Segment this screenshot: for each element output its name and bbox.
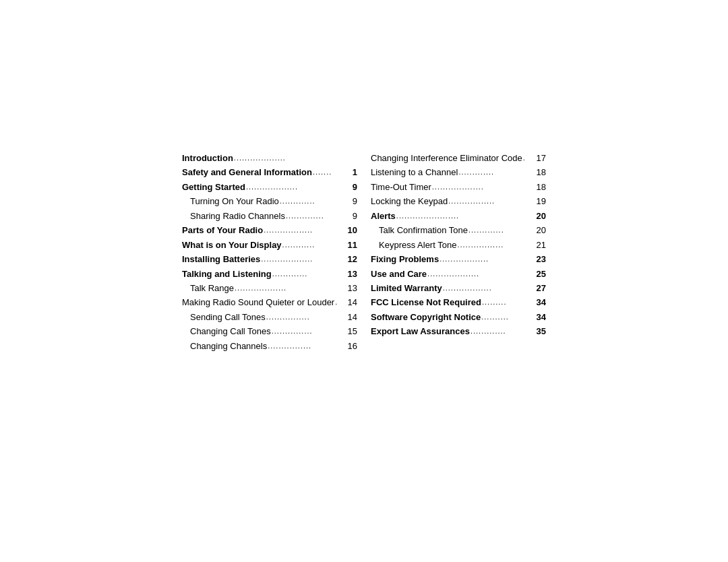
toc-page-number: 34 [537, 310, 546, 324]
toc-entry-text: Time-Out Timer [371, 180, 431, 194]
toc-entry-text: FCC License Not Required [371, 295, 481, 309]
list-item: Software Copyright Notice..........34 [371, 310, 546, 324]
toc-entry-text: Fixing Problems [371, 252, 439, 266]
list-item: Talking and Listening.............13 [182, 267, 357, 281]
list-item: Changing Call Tones...............15 [182, 324, 357, 338]
toc-entry-text: Turning On Your Radio [182, 194, 279, 208]
toc-dots: .............. [286, 210, 352, 224]
toc-entry-text: Introduction [182, 151, 233, 165]
toc-entry-text: Talk Range [182, 281, 234, 295]
toc-entry-text: Use and Care [371, 267, 427, 281]
toc-entry-text: Sending Call Tones [182, 310, 266, 324]
toc-page-number: 25 [537, 267, 546, 281]
toc-entry-text: Changing Call Tones [182, 324, 271, 338]
list-item: Listening to a Channel.............18 [371, 165, 546, 179]
list-item: Talk Confirmation Tone.............20 [371, 223, 546, 237]
toc-page-number: 20 [537, 223, 546, 237]
toc-entry-text: Sharing Radio Channels [182, 209, 285, 223]
list-item: Keypress Alert Tone.................21 [371, 238, 546, 252]
toc-page-number: 11 [348, 238, 357, 252]
toc-right-column: Changing Interference Eliminator Code.17… [371, 151, 546, 353]
toc-page-number: 17 [537, 151, 546, 165]
toc-dots: ................... [432, 181, 536, 195]
toc-page-number: 16 [348, 339, 357, 353]
toc-entry-text: Safety and General Information [182, 165, 312, 179]
toc-entry-text: Changing Channels [182, 339, 267, 353]
toc-page-number: 12 [348, 252, 357, 266]
toc-columns: Introduction...................Safety an… [182, 151, 546, 353]
list-item: Changing Channels................16 [182, 339, 357, 353]
toc-dots: . [523, 152, 536, 166]
toc-entry-text: What is on Your Display [182, 238, 282, 252]
toc-dots: .......... [481, 311, 535, 325]
toc-dots: ............. [471, 325, 536, 339]
list-item: Alerts.......................20 [371, 209, 546, 223]
toc-dots: ............. [272, 268, 347, 282]
toc-entry-text: Alerts [371, 209, 396, 223]
toc-page-number: 18 [537, 180, 546, 194]
toc-dots: ................ [268, 340, 346, 354]
toc-entry-text: Getting Started [182, 180, 245, 194]
toc-dots: ................... [427, 268, 535, 282]
toc-page-number: 34 [537, 295, 546, 309]
toc-left-column: Introduction...................Safety an… [182, 151, 357, 353]
list-item: Locking the Keypad.................19 [371, 194, 546, 208]
list-item: Making Radio Sound Quieter or Louder.14 [182, 295, 357, 309]
toc-dots: ....................... [396, 210, 536, 224]
toc-entry-text: Keypress Alert Tone [371, 238, 456, 252]
toc-page-number: 27 [537, 281, 546, 295]
list-item: Talk Range...................13 [182, 281, 357, 295]
toc-page-number: 10 [348, 223, 357, 237]
toc-page-number: 14 [348, 295, 357, 309]
toc-dots: ................... [235, 282, 346, 296]
list-item: Changing Interference Eliminator Code.17 [371, 151, 546, 165]
list-item: Installing Batteries...................1… [182, 252, 357, 266]
toc-page-number: 1 [353, 165, 357, 179]
toc-dots: ............. [468, 224, 536, 238]
toc-page-number: 13 [348, 267, 357, 281]
contents-page: Introduction...................Safety an… [182, 142, 546, 353]
toc-dots: ............. [458, 166, 535, 180]
list-item: Safety and General Information.......1 [182, 165, 357, 179]
toc-dots: . [335, 296, 346, 310]
toc-dots: ................ [266, 311, 347, 325]
toc-dots: ................. [457, 239, 535, 253]
list-item: Turning On Your Radio.............9 [182, 194, 357, 208]
toc-entry-text: Export Law Assurances [371, 324, 470, 338]
toc-page-number: 9 [353, 194, 357, 208]
toc-page-number: 15 [348, 324, 357, 338]
toc-dots: ............... [272, 325, 347, 339]
list-item: Parts of Your Radio..................10 [182, 223, 357, 237]
toc-entry-text: Installing Batteries [182, 252, 260, 266]
toc-entry-text: Software Copyright Notice [371, 310, 481, 324]
toc-entry-text: Talking and Listening [182, 267, 272, 281]
toc-page-number: 23 [537, 252, 546, 266]
toc-entry-text: Parts of Your Radio [182, 223, 263, 237]
toc-dots: .................. [439, 253, 535, 267]
toc-dots: .................. [264, 224, 346, 238]
toc-page-number: 35 [537, 324, 546, 338]
toc-dots: ................... [261, 253, 346, 267]
list-item: FCC License Not Required.........34 [371, 295, 546, 309]
list-item: Introduction................... [182, 151, 357, 165]
toc-dots: ................... [246, 181, 352, 195]
list-item: Getting Started...................9 [182, 180, 357, 194]
list-item: Use and Care...................25 [371, 267, 546, 281]
toc-dots: ......... [482, 296, 536, 310]
toc-page-number: 14 [348, 310, 357, 324]
toc-entry-text: Talk Confirmation Tone [371, 223, 468, 237]
list-item: Export Law Assurances.............35 [371, 324, 546, 338]
toc-page-number: 9 [353, 180, 357, 194]
toc-page-number: 9 [353, 209, 357, 223]
toc-dots: ................... [234, 152, 357, 166]
toc-entry-text: Locking the Keypad [371, 194, 448, 208]
toc-entry-text: Making Radio Sound Quieter or Louder [182, 295, 334, 309]
toc-dots: .................. [443, 282, 536, 296]
toc-page-number: 13 [348, 281, 357, 295]
list-item: Time-Out Timer...................18 [371, 180, 546, 194]
toc-entry-text: Limited Warranty [371, 281, 442, 295]
toc-page-number: 18 [537, 165, 546, 179]
list-item: Fixing Problems..................23 [371, 252, 546, 266]
toc-page-number: 21 [537, 238, 546, 252]
toc-page-number: 19 [537, 194, 546, 208]
